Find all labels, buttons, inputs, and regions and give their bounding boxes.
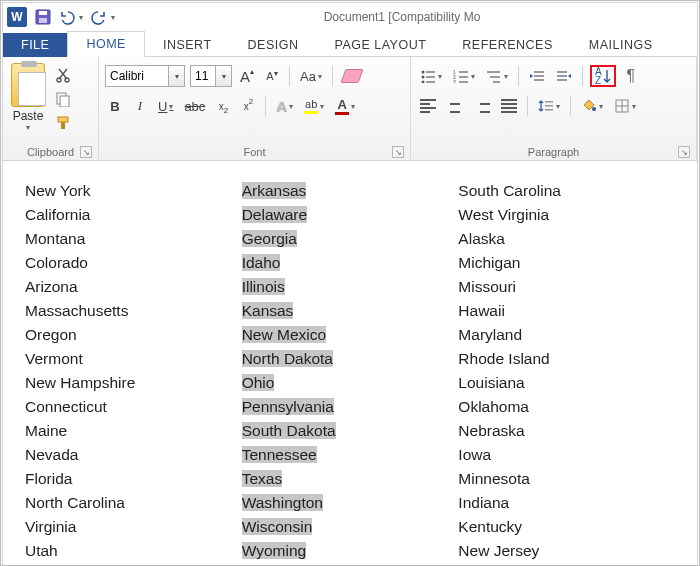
text-line[interactable]: New Hampshire (25, 371, 242, 395)
text-line[interactable]: Vermont (25, 347, 242, 371)
shrink-font-button[interactable]: A▾ (262, 65, 282, 87)
text-line[interactable]: Iowa (458, 443, 675, 467)
align-center-button[interactable] (444, 95, 466, 117)
format-painter-icon[interactable] (55, 115, 71, 131)
tab-insert[interactable]: INSERT (145, 33, 230, 57)
text-line[interactable]: Louisiana (458, 371, 675, 395)
text-line[interactable]: Kentucky (458, 515, 675, 539)
text-line[interactable]: Nebraska (458, 419, 675, 443)
font-name-input[interactable] (106, 66, 168, 86)
text-line[interactable]: Washington (242, 491, 459, 515)
subscript-button[interactable]: x2 (213, 95, 233, 117)
font-dialog-launcher[interactable]: ↘ (392, 146, 404, 158)
increase-indent-button[interactable] (553, 65, 575, 87)
align-left-button[interactable] (417, 95, 439, 117)
text-line[interactable]: Kansas (242, 299, 459, 323)
text-line[interactable]: Montana (25, 227, 242, 251)
text-line[interactable]: Arizona (25, 275, 242, 299)
text-line[interactable]: New York (25, 179, 242, 203)
italic-button[interactable]: I (130, 95, 150, 117)
text-line[interactable]: New Jersey (458, 539, 675, 563)
copy-icon[interactable] (55, 91, 71, 107)
change-case-button[interactable]: Aa▾ (297, 65, 325, 87)
paragraph-dialog-launcher[interactable]: ↘ (678, 146, 690, 158)
text-line[interactable]: New Mexico (242, 323, 459, 347)
text-line[interactable]: Minnesota (458, 467, 675, 491)
text-line[interactable]: Maryland (458, 323, 675, 347)
superscript-button[interactable]: x2 (238, 95, 258, 117)
paste-button[interactable] (11, 63, 45, 107)
paste-label[interactable]: Paste (13, 109, 44, 123)
text-line[interactable]: Oklahoma (458, 395, 675, 419)
sort-button[interactable]: AZ (590, 65, 616, 87)
text-line[interactable]: Delaware (242, 203, 459, 227)
justify-button[interactable] (498, 95, 520, 117)
text-line[interactable]: North Carolina (25, 491, 242, 515)
decrease-indent-button[interactable] (526, 65, 548, 87)
underline-button[interactable]: U▾ (155, 95, 176, 117)
text-line[interactable]: Massachusetts (25, 299, 242, 323)
strikethrough-button[interactable]: abc (181, 95, 208, 117)
text-line[interactable]: Alaska (458, 227, 675, 251)
text-line[interactable]: Maine (25, 419, 242, 443)
show-hide-button[interactable]: ¶ (621, 65, 641, 87)
undo-dropdown[interactable]: ▾ (79, 13, 83, 22)
tab-design[interactable]: DESIGN (230, 33, 317, 57)
tab-home[interactable]: HOME (67, 31, 145, 57)
font-size-combo[interactable]: ▾ (190, 65, 232, 87)
text-line[interactable]: Wyoming (242, 539, 459, 563)
clipboard-dialog-launcher[interactable]: ↘ (80, 146, 92, 158)
highlight-button[interactable]: ab▾ (301, 95, 327, 117)
text-line[interactable]: South Carolina (458, 179, 675, 203)
text-effects-button[interactable]: A▾ (273, 95, 296, 117)
line-spacing-button[interactable]: ▾ (535, 95, 563, 117)
text-line[interactable]: Illinois (242, 275, 459, 299)
text-line[interactable]: Connecticut (25, 395, 242, 419)
text-line[interactable]: South Dakota (242, 419, 459, 443)
text-line[interactable]: Ohio (242, 371, 459, 395)
cut-icon[interactable] (55, 67, 71, 83)
text-line[interactable]: Wisconsin (242, 515, 459, 539)
text-line[interactable]: Rhode Island (458, 347, 675, 371)
align-right-button[interactable] (471, 95, 493, 117)
text-line[interactable]: Missouri (458, 275, 675, 299)
paste-dropdown[interactable]: ▾ (26, 123, 30, 132)
grow-font-button[interactable]: A▴ (237, 65, 257, 87)
bold-button[interactable]: B (105, 95, 125, 117)
shading-button[interactable]: ▾ (578, 95, 606, 117)
text-line[interactable]: Florida (25, 467, 242, 491)
text-line[interactable]: Pennsylvania (242, 395, 459, 419)
bullets-button[interactable]: ▾ (417, 65, 445, 87)
font-name-dropdown[interactable]: ▾ (168, 66, 184, 86)
text-line[interactable]: Utah (25, 539, 242, 563)
document-area[interactable]: New YorkCaliforniaMontanaColoradoArizona… (3, 161, 697, 566)
save-icon[interactable] (35, 9, 51, 25)
text-line[interactable]: Texas (242, 467, 459, 491)
word-app-icon[interactable]: W (7, 7, 27, 27)
tab-page-layout[interactable]: PAGE LAYOUT (316, 33, 444, 57)
clear-formatting-button[interactable] (340, 65, 364, 87)
text-line[interactable]: California (25, 203, 242, 227)
text-line[interactable]: North Dakota (242, 347, 459, 371)
tab-references[interactable]: REFERENCES (444, 33, 570, 57)
text-line[interactable]: Oregon (25, 323, 242, 347)
font-size-input[interactable] (191, 66, 215, 86)
font-color-button[interactable]: A▾ (332, 95, 358, 117)
text-line[interactable]: Nevada (25, 443, 242, 467)
text-line[interactable]: Arkansas (242, 179, 459, 203)
text-line[interactable]: West Virginia (458, 203, 675, 227)
text-line[interactable]: Indiana (458, 491, 675, 515)
text-line[interactable]: Tennessee (242, 443, 459, 467)
font-size-dropdown[interactable]: ▾ (215, 66, 231, 86)
redo-icon[interactable] (91, 9, 107, 25)
multilevel-list-button[interactable]: ▾ (483, 65, 511, 87)
text-line[interactable]: Virginia (25, 515, 242, 539)
tab-file[interactable]: FILE (3, 33, 67, 57)
tab-mailings[interactable]: MAILINGS (571, 33, 671, 57)
undo-icon[interactable] (59, 9, 75, 25)
borders-button[interactable]: ▾ (611, 95, 639, 117)
text-line[interactable]: Michigan (458, 251, 675, 275)
numbering-button[interactable]: 123 ▾ (450, 65, 478, 87)
font-name-combo[interactable]: ▾ (105, 65, 185, 87)
text-line[interactable]: Idaho (242, 251, 459, 275)
